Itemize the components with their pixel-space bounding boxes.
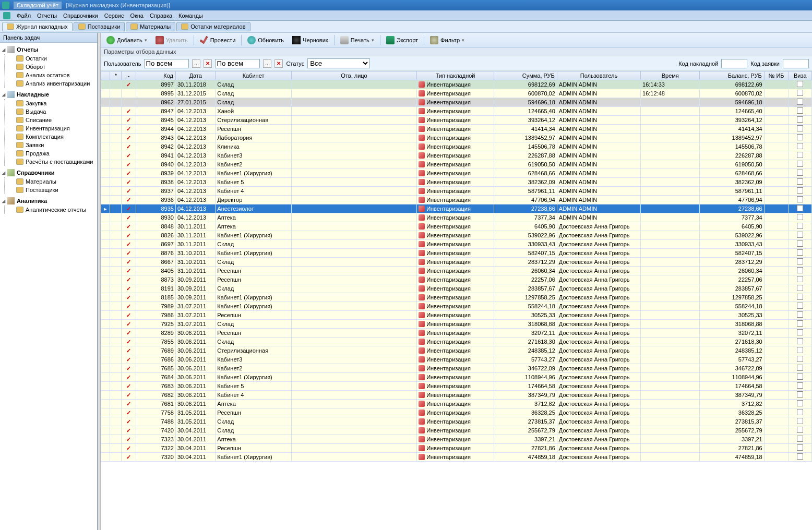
column-header[interactable]: Тип накладной — [417, 71, 494, 80]
column-header[interactable]: Отв. лицо — [291, 71, 416, 80]
table-row[interactable]: ✓894004.12.2013Кабинет2Инвентаризация619… — [101, 160, 812, 169]
filter-user2-lookup[interactable]: … — [263, 59, 271, 68]
visa-checkbox[interactable] — [797, 267, 803, 273]
column-header[interactable] — [101, 71, 110, 80]
table-row[interactable]: ✓899730.11.2018СкладИнвентаризация698122… — [101, 80, 812, 89]
table-row[interactable]: ▸✓893504.12.2013АнестезиологИнвентаризац… — [101, 204, 812, 213]
visa-checkbox[interactable] — [797, 276, 803, 282]
table-row[interactable]: ✓768630.06.2011Кабинет3Инвентаризация577… — [101, 355, 812, 364]
tab[interactable]: Материалы — [126, 22, 175, 31]
visa-checkbox[interactable] — [797, 444, 803, 451]
visa-checkbox[interactable] — [797, 258, 803, 264]
table-row[interactable]: ✓887631.10.2011Кабинет1 (Хирургия)Инвент… — [101, 249, 812, 258]
visa-checkbox[interactable] — [797, 453, 803, 460]
visa-checkbox[interactable] — [797, 223, 803, 229]
visa-checkbox[interactable] — [797, 374, 803, 380]
table-row[interactable]: ✓819130.09.2011СкладИнвентаризация283857… — [101, 284, 812, 293]
tree-item[interactable]: Материалы — [6, 177, 95, 186]
tree-item[interactable]: Закупка — [6, 99, 95, 107]
tree-group[interactable]: Справочники — [2, 168, 95, 177]
toolbar-filter-button[interactable]: Фильтр ▾ — [426, 34, 468, 46]
visa-checkbox[interactable] — [797, 320, 803, 327]
visa-checkbox[interactable] — [797, 365, 803, 371]
column-header[interactable]: - — [122, 71, 136, 80]
visa-checkbox[interactable] — [797, 329, 803, 335]
filter-user-lookup[interactable]: … — [192, 59, 200, 68]
filter-req-input[interactable] — [783, 59, 809, 68]
table-row[interactable]: ✓894104.12.2013Кабинет3Инвентаризация226… — [101, 151, 812, 160]
menu-отчеты[interactable]: Отчеты — [34, 11, 60, 20]
table-row[interactable]: ✓893004.12.2013АптекаИнвентаризация7377,… — [101, 213, 812, 222]
visa-checkbox[interactable] — [797, 99, 803, 105]
visa-checkbox[interactable] — [797, 409, 803, 415]
column-header[interactable]: Виза — [789, 71, 811, 80]
table-row[interactable]: ✓840531.10.2011РесепшнИнвентаризация2606… — [101, 267, 812, 275]
menu-справочники[interactable]: Справочники — [60, 11, 101, 20]
menu-окна[interactable]: Окна — [127, 11, 147, 20]
visa-checkbox[interactable] — [797, 205, 803, 211]
table-row[interactable]: ✓893904.12.2013Кабинет1 (Хирургия)Инвент… — [101, 169, 812, 178]
table-row[interactable]: 896227.01.2015СкладИнвентаризация594696,… — [101, 98, 812, 107]
filter-user-clear[interactable]: ✕ — [204, 59, 212, 68]
table-row[interactable]: ✓742030.04.2011СкладИнвентаризация255672… — [101, 426, 812, 435]
tree-item[interactable]: Расчёты с поставщиками — [6, 158, 95, 166]
visa-checkbox[interactable] — [797, 81, 803, 87]
table-row[interactable]: ✓869730.11.2011СкладИнвентаризация330933… — [101, 240, 812, 249]
table-row[interactable]: ✓866731.10.2011СкладИнвентаризация283712… — [101, 258, 812, 267]
table-row[interactable]: ✓893604.12.2013ДиректорИнвентаризация477… — [101, 196, 812, 204]
table-row[interactable]: ✓893804.12.2013Кабинет 5Инвентаризация38… — [101, 178, 812, 187]
visa-checkbox[interactable] — [797, 400, 803, 406]
visa-checkbox[interactable] — [797, 125, 803, 131]
table-row[interactable]: ✓884830.11.2011АптекаИнвентаризация6405,… — [101, 222, 812, 231]
filter-user2-input[interactable] — [215, 59, 260, 68]
visa-checkbox[interactable] — [797, 391, 803, 397]
tree-group[interactable]: Накладные — [2, 90, 95, 99]
table-row[interactable]: ✓785530.06.2011СкладИнвентаризация271618… — [101, 338, 812, 346]
menu-команды[interactable]: Команды — [175, 11, 206, 20]
column-header[interactable]: * — [110, 71, 122, 80]
column-header[interactable]: Кабинет — [216, 71, 291, 80]
table-row[interactable]: ✓768530.06.2011Кабинет2Инвентаризация346… — [101, 364, 812, 373]
visa-checkbox[interactable] — [797, 196, 803, 202]
visa-checkbox[interactable] — [797, 143, 803, 149]
column-header[interactable]: Пользователь — [557, 71, 640, 80]
tree-group[interactable]: Отчеты — [2, 45, 95, 54]
visa-checkbox[interactable] — [797, 134, 803, 140]
tree-item[interactable]: Анализ остатков — [6, 71, 95, 79]
table-row[interactable]: ✓818530.09.2011Кабинет1 (Хирургия)Инвент… — [101, 293, 812, 302]
toolbar-print-button[interactable]: Печать ▾ — [337, 34, 378, 46]
tab[interactable]: Журнал накладных — [2, 22, 73, 31]
tree-item[interactable]: Анализ инвентаризации — [6, 79, 95, 88]
column-header[interactable]: Дата — [175, 71, 215, 80]
column-header[interactable]: № ИБ — [764, 71, 789, 80]
menu-сервис[interactable]: Сервис — [101, 11, 127, 20]
visa-checkbox[interactable] — [797, 170, 803, 176]
visa-checkbox[interactable] — [797, 436, 803, 442]
tree-item[interactable]: Инвентаризация — [6, 124, 95, 132]
visa-checkbox[interactable] — [797, 347, 803, 353]
visa-checkbox[interactable] — [797, 116, 803, 123]
table-row[interactable]: ✓798631.07.2011РесепшнИнвентаризация3052… — [101, 311, 812, 320]
table-row[interactable]: ✓894304.12.2013ЛабораторияИнвентаризация… — [101, 134, 812, 142]
table-row[interactable]: ✓828930.06.2011РесепшнИнвентаризация3207… — [101, 329, 812, 338]
visa-checkbox[interactable] — [797, 303, 803, 309]
visa-checkbox[interactable] — [797, 214, 803, 220]
table-row[interactable]: ✓775831.05.2011РесепшнИнвентаризация3632… — [101, 408, 812, 417]
tree-item[interactable]: Аналитические отчеты — [6, 206, 95, 214]
table-row[interactable]: ✓894504.12.2013СтерилизационнаяИнвентари… — [101, 116, 812, 125]
visa-checkbox[interactable] — [797, 356, 803, 362]
tab[interactable]: Поставщики — [74, 22, 125, 31]
table-row[interactable]: ✓732030.04.2011Кабинет1 (Хирургия)Инвент… — [101, 453, 812, 462]
table-row[interactable]: ✓768230.06.2011Кабинет 4Инвентаризация38… — [101, 391, 812, 400]
visa-checkbox[interactable] — [797, 240, 803, 247]
tree-item[interactable]: Комплектация — [6, 132, 95, 141]
table-row[interactable]: ✓768330.06.2011Кабинет 5Инвентаризация17… — [101, 382, 812, 391]
visa-checkbox[interactable] — [797, 161, 803, 167]
tree-item[interactable]: Продажа — [6, 149, 95, 158]
visa-checkbox[interactable] — [797, 311, 803, 318]
tree-item[interactable]: Остатки — [6, 54, 95, 63]
filter-status-select[interactable]: Все — [307, 58, 370, 68]
tree-item[interactable]: Заявки — [6, 141, 95, 149]
table-row[interactable]: ✓894404.12.2013РесепшнИнвентаризация4141… — [101, 125, 812, 134]
tree-item[interactable]: Поставщики — [6, 186, 95, 194]
